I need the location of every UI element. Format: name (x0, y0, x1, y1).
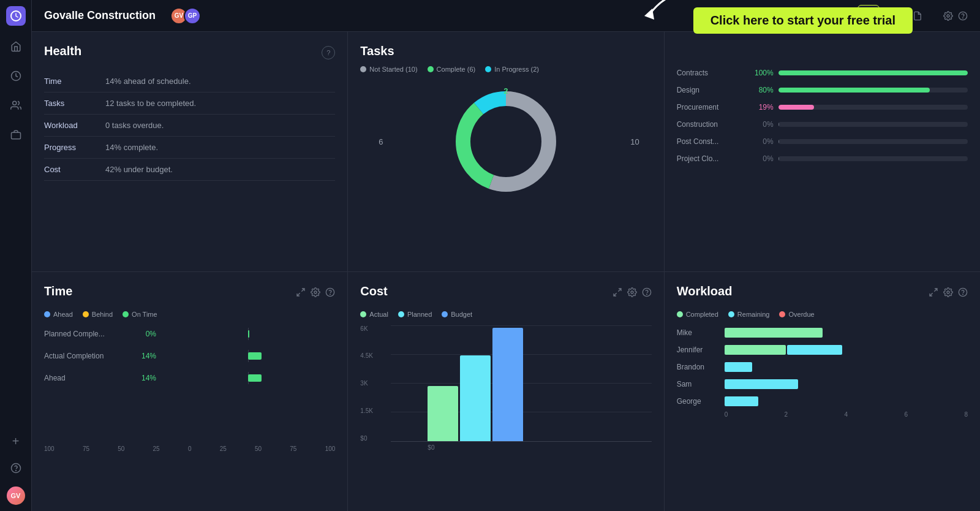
donut-label-top: 2 (503, 86, 508, 96)
health-value-time: 14% ahead of schedule. (105, 70, 335, 93)
planned-dot (398, 311, 404, 317)
time-bar-ahead (248, 374, 262, 382)
health-value-tasks: 12 tasks to be completed. (105, 93, 335, 115)
sidebar-item-time[interactable] (7, 67, 24, 85)
progress-panel: Contracts 100% Design 80% Procuremen (665, 32, 980, 271)
workload-row-jennifer: Jennifer (677, 345, 968, 355)
tasks-legend: Not Started (10) Complete (6) In Progres… (360, 66, 651, 73)
legend-completed: Completed (677, 311, 718, 318)
main-content: Govalle Construction GV GP (32, 0, 980, 511)
dashboard-grid: Health ? Time 14% ahead of schedule. Tas… (32, 32, 980, 511)
health-label-time: Time (44, 70, 105, 93)
time-row-label-actual: Actual Completion (44, 352, 124, 360)
legend-ahead: Ahead (44, 311, 73, 318)
svg-point-2 (12, 101, 16, 105)
sidebar-item-briefcase[interactable] (7, 126, 24, 143)
cost-panel: Cost Actual (348, 272, 663, 512)
time-expand-icon[interactable] (296, 287, 306, 297)
wbar-jennifer-remaining (787, 345, 842, 355)
cost-help-icon[interactable] (642, 287, 652, 297)
progress-label-design: Design (677, 86, 744, 94)
cost-y-labels: $0 1.5K 3K 4.5K 6K (360, 325, 373, 442)
workload-help-icon[interactable] (958, 287, 968, 297)
time-x-axis: 1007550250 255075100 (44, 445, 335, 452)
workload-bars-brandon (725, 362, 752, 372)
workload-legend: Completed Remaining Overdue (677, 311, 968, 318)
progress-label-procurement: Procurement (677, 103, 744, 112)
time-bar-area-planned (161, 328, 335, 340)
wbar-brandon-remaining (725, 362, 752, 372)
workload-expand-icon[interactable] (929, 287, 938, 297)
progress-pct-post-const: 0% (749, 137, 774, 146)
time-settings-icon[interactable] (311, 287, 320, 297)
wbar-jennifer-completed (725, 345, 786, 355)
help-icon[interactable] (958, 11, 968, 21)
tasks-title: Tasks (360, 44, 394, 58)
time-bar-area-ahead (161, 372, 335, 384)
workload-name-mike: Mike (677, 328, 720, 337)
tasks-panel: Tasks Not Started (10) Complete (6) In P… (348, 32, 663, 271)
workload-settings-icon[interactable] (943, 287, 953, 297)
time-row-label-ahead: Ahead (44, 374, 124, 382)
time-chart-rows: Planned Comple... 0% Actual Completion 1… (44, 328, 335, 384)
sidebar-item-home[interactable] (7, 38, 24, 55)
health-row-time: Time 14% ahead of schedule. (44, 70, 335, 93)
y-label-2: 3K (360, 380, 373, 387)
overdue-dot (779, 311, 785, 317)
donut-chart-container: 2 6 10 (360, 80, 651, 203)
sidebar-item-add[interactable]: + (7, 433, 24, 450)
workload-row-sam: Sam (677, 379, 968, 389)
ahead-dot (44, 311, 50, 317)
wbar-sam-remaining (725, 379, 798, 389)
time-legend: Ahead Behind On Time (44, 311, 335, 318)
workload-bars-mike (725, 328, 823, 338)
legend-planned: Planned (398, 311, 432, 318)
behind-label: Behind (92, 311, 113, 318)
progress-row-design: Design 80% (677, 86, 968, 94)
x-label-6: 6 (904, 411, 908, 418)
cost-chart-wrapper: $0 1.5K 3K 4.5K 6K (360, 325, 651, 451)
avatar-2[interactable]: GP (184, 7, 201, 25)
free-trial-banner[interactable]: Click here to start your free trial (693, 7, 913, 34)
bar-planned (460, 355, 491, 441)
app-logo[interactable] (6, 6, 26, 26)
behind-dot (83, 311, 89, 317)
progress-track-contracts (778, 70, 968, 75)
workload-name-george: George (677, 397, 720, 406)
health-help-icon[interactable]: ? (322, 46, 335, 59)
progress-pct-design: 80% (749, 86, 774, 94)
planned-label: Planned (407, 311, 432, 318)
in-progress-dot (485, 66, 491, 72)
health-row-progress: Progress 14% complete. (44, 137, 335, 159)
workload-row-brandon: Brandon (677, 362, 968, 372)
svg-point-28 (947, 15, 949, 17)
completed-dot (677, 311, 683, 317)
settings-icon[interactable] (943, 11, 953, 21)
cost-x-label: $0 (391, 444, 651, 451)
time-help-icon[interactable] (325, 287, 335, 297)
workload-bars-sam (725, 379, 798, 389)
health-row-tasks: Tasks 12 tasks to be completed. (44, 93, 335, 115)
workload-name-brandon: Brandon (677, 363, 720, 371)
in-progress-label: In Progress (2) (494, 66, 539, 73)
legend-complete: Complete (6) (428, 66, 476, 73)
y-label-0: $0 (360, 435, 373, 442)
cost-settings-icon[interactable] (627, 287, 637, 297)
complete-dot (428, 66, 434, 72)
health-label-tasks: Tasks (44, 93, 105, 115)
health-title: Health (44, 44, 81, 58)
user-avatar[interactable]: GV (7, 486, 25, 505)
y-label-1: 1.5K (360, 407, 373, 414)
progress-label-contracts: Contracts (677, 69, 744, 77)
sidebar-item-users[interactable] (7, 97, 24, 114)
svg-point-38 (631, 291, 633, 293)
workload-name-sam: Sam (677, 380, 720, 388)
header-avatars: GV GP (170, 7, 201, 25)
grid-line-6k (391, 325, 651, 326)
time-panel-icons (296, 287, 335, 297)
workload-bars-george (725, 396, 758, 406)
health-row-workload: Workload 0 tasks overdue. (44, 115, 335, 137)
sidebar-item-help[interactable] (7, 460, 24, 477)
cost-expand-icon[interactable] (612, 287, 622, 297)
time-bar-actual (248, 352, 262, 360)
